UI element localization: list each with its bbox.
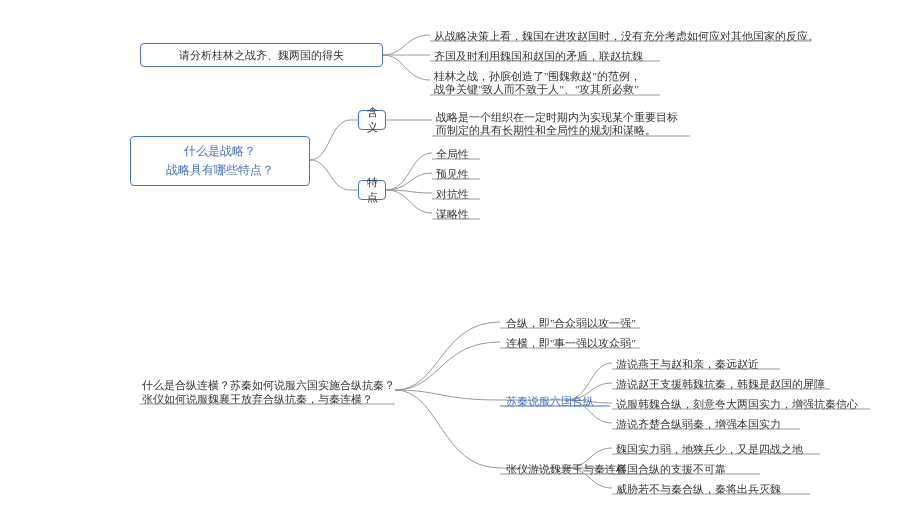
zhang-a: 魏国实力弱，地狭兵少，又是四战之地 [616,442,803,457]
zhang-label: 张仪游说魏襄王与秦连横 [506,462,627,477]
q2-line2: 张仪如何说服魏襄王放弃合纵抗秦，与秦连横？ [142,392,373,407]
su-label: 苏秦说服六国合纵 [506,394,594,409]
q2-line1: 什么是合纵连横？苏秦如何说服六国实施合纵抗秦？ [142,378,395,393]
feature-label: 特点 [358,180,386,200]
q1-text: 请分析桂林之战齐、魏两国的得失 [179,48,344,63]
hz: 合纵，即"合众弱以攻一强" [506,316,636,331]
q1-answer-1: 从战略决策上看，魏国在进攻赵国时，没有充分考虑如何应对其他国家的反应。 [434,29,819,44]
main-line2: 战略具有哪些特点？ [166,161,274,180]
su-d: 游说齐楚合纵弱秦，增强本国实力 [616,417,781,432]
zhang-b: 各国合纵的支援不可靠 [616,462,726,477]
meaning-text2: 而制定的具有长期性和全局性的规划和谋略。 [436,123,656,138]
q1-answer-2: 齐国及时利用魏国和赵国的矛盾，联赵抗魏 [434,49,643,64]
main-topic: 什么是战略？ 战略具有哪些特点？ [130,136,310,186]
feature-4: 谋略性 [436,207,469,222]
su-b: 游说赵王支援韩魏抗秦，韩魏是赵国的屏障 [616,377,825,392]
meaning-label: 含义 [358,110,386,130]
q1-answer-3b: 战争关键"致人而不致于人"、"攻其所必救" [434,82,639,97]
su-a: 游说燕王与赵和亲，秦远赵近 [616,357,759,372]
lh: 连横，即"事一强以攻众弱" [506,336,636,351]
feature-3: 对抗性 [436,187,469,202]
question-guilin: 请分析桂林之战齐、魏两国的得失 [140,43,383,67]
zhang-c: 威胁若不与秦合纵，秦将出兵灭魏 [616,482,781,497]
su-c: 说服韩魏合纵，刻意夸大两国实力，增强抗秦信心 [616,397,858,412]
feature-1: 全局性 [436,147,469,162]
feature-2: 预见性 [436,167,469,182]
main-line1: 什么是战略？ [184,142,256,161]
